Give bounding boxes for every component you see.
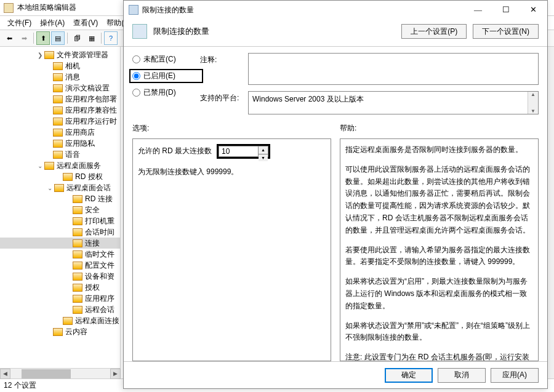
- toolbar-forward[interactable]: ➡: [17, 31, 31, 45]
- spinner-down[interactable]: ▼: [259, 154, 268, 162]
- maximize-button[interactable]: ☐: [492, 1, 520, 18]
- tree-item[interactable]: 授权: [0, 282, 120, 293]
- folder-icon: [53, 118, 63, 126]
- close-button[interactable]: ✕: [520, 1, 547, 18]
- tree-item[interactable]: 相机: [0, 60, 120, 71]
- tree-item[interactable]: 应用程序兼容性: [0, 105, 120, 116]
- tree-item[interactable]: ⌄远程桌面会话: [0, 182, 120, 193]
- dialog-icon: [129, 5, 138, 15]
- folder-icon: [73, 306, 82, 314]
- ok-button[interactable]: 确定: [385, 368, 433, 383]
- folder-icon: [73, 273, 82, 281]
- platform-vscroll[interactable]: ▲▼: [528, 92, 538, 114]
- tree-label: 语音: [65, 150, 80, 160]
- tree-item[interactable]: 会话时间: [0, 226, 120, 238]
- tree-item[interactable]: 打印机重: [0, 215, 120, 226]
- radio-disabled-input[interactable]: [132, 89, 140, 97]
- toolbar-export[interactable]: ▦: [85, 31, 98, 45]
- tree-item[interactable]: RD 授权: [0, 171, 120, 182]
- dialog-titlebar[interactable]: 限制连接的数量 — ☐ ✕: [124, 1, 547, 19]
- tree-item[interactable]: 临时文件: [0, 249, 120, 260]
- help-paragraph: 如果将状态设置为“启用”，则最大连接数量限制为与服务器上运行的 Windows …: [345, 276, 533, 312]
- tree-twisty[interactable]: ⌄: [46, 185, 54, 191]
- folder-icon: [73, 217, 82, 225]
- comment-row: 注释:: [200, 53, 539, 85]
- toolbar-up[interactable]: ⬆: [36, 31, 50, 45]
- radio-enabled-input[interactable]: [132, 72, 140, 80]
- toolbar-back[interactable]: ⬅: [2, 31, 16, 45]
- max-connections-row: 允许的 RD 最大连接数 ▲ ▼: [138, 144, 326, 159]
- tree-item[interactable]: 应用程序运行时: [0, 116, 120, 127]
- help-paragraph: 指定远程桌面服务是否限制同时连接到服务器的数量。: [345, 144, 533, 156]
- folder-icon: [53, 151, 63, 159]
- tree-item[interactable]: ❯文件资源管理器: [0, 49, 120, 60]
- folder-icon: [73, 262, 82, 270]
- dialog-header: 限制连接的数量 上一个设置(P) 下一个设置(N): [124, 19, 547, 47]
- menu-file[interactable]: 文件(F): [4, 17, 35, 30]
- tree-item[interactable]: 消息: [0, 71, 120, 82]
- tree-twisty[interactable]: ⌄: [36, 162, 44, 169]
- tree-item[interactable]: RD 连接: [0, 193, 120, 204]
- dialog-footer: 确定 取消 应用(A): [124, 361, 547, 388]
- radio-enabled[interactable]: 已启用(E): [132, 71, 175, 81]
- folder-icon: [73, 239, 82, 247]
- hscroll-left[interactable]: ◀: [0, 369, 10, 379]
- tree-item[interactable]: 云内容: [0, 326, 120, 337]
- tree-item[interactable]: 应用程序: [0, 293, 120, 304]
- folder-icon: [44, 51, 54, 59]
- tree-item[interactable]: 设备和资: [0, 271, 120, 282]
- radio-not-configured-label: 未配置(C): [143, 54, 176, 65]
- minimize-button[interactable]: —: [464, 1, 492, 18]
- apply-button[interactable]: 应用(A): [491, 368, 539, 383]
- toolbar-sep2: [67, 33, 68, 44]
- tree-item[interactable]: ⌄远程桌面服务: [0, 160, 120, 171]
- spinner-buttons[interactable]: ▲ ▼: [258, 146, 268, 157]
- tree-item[interactable]: 应用隐私: [0, 138, 120, 149]
- hscroll-thumb[interactable]: [22, 369, 71, 378]
- tree-label: 相机: [65, 61, 80, 71]
- radio-not-configured-input[interactable]: [132, 55, 140, 63]
- tree-item[interactable]: 安全: [0, 204, 120, 215]
- radio-not-configured[interactable]: 未配置(C): [132, 54, 200, 65]
- toolbar-help[interactable]: ?: [104, 31, 118, 45]
- toolbar-refresh[interactable]: 🗐: [70, 31, 84, 45]
- nav-tree[interactable]: ❯文件资源管理器相机消息演示文稿设置应用程序包部署应用程序兼容性应用程序运行时应…: [0, 47, 121, 378]
- platform-label: 支持的平台:: [200, 91, 242, 114]
- tree-item[interactable]: 演示文稿设置: [0, 82, 120, 94]
- folder-icon: [44, 162, 54, 170]
- tree-item[interactable]: 远程会话: [0, 304, 120, 315]
- tree-label: 应用隐私: [65, 138, 95, 149]
- help-column: 帮助: 指定远程桌面服务是否限制同时连接到服务器的数量。可以使用此设置限制服务器…: [340, 123, 539, 361]
- menu-action[interactable]: 操作(A): [36, 17, 68, 30]
- radio-enabled-highlight: 已启用(E): [129, 69, 203, 83]
- hscroll-right[interactable]: ▶: [110, 369, 121, 379]
- tree-item[interactable]: 应用程序包部署: [0, 94, 120, 105]
- max-connections-spinner[interactable]: ▲ ▼: [217, 144, 270, 159]
- tree-item[interactable]: 应用商店: [0, 127, 120, 138]
- cancel-button[interactable]: 取消: [438, 368, 486, 383]
- tree-item[interactable]: 语音: [0, 149, 120, 160]
- tree-label: 应用商店: [65, 127, 95, 138]
- max-connections-input[interactable]: [219, 146, 258, 157]
- tree-label: 会话时间: [85, 227, 114, 238]
- platform-row: 支持的平台: Windows Server 2003 及以上版本 ▲▼: [200, 91, 539, 114]
- next-setting-button[interactable]: 下一个设置(N): [473, 24, 539, 39]
- tree-item[interactable]: 连接: [0, 238, 120, 249]
- options-column: 选项: 允许的 RD 最大连接数 ▲ ▼ 为无限制连接数键入 999999。: [132, 123, 331, 361]
- tree-item[interactable]: 远程桌面连接: [0, 315, 120, 326]
- menu-view[interactable]: 查看(V): [70, 17, 102, 30]
- radio-disabled-label: 已禁用(D): [143, 87, 176, 98]
- tree-hscroll[interactable]: ◀ ▶: [0, 368, 121, 378]
- tree-twisty[interactable]: ❯: [36, 52, 44, 58]
- folder-icon: [73, 195, 82, 203]
- tree-label: 远程桌面服务: [57, 161, 101, 171]
- tree-item[interactable]: 配置文件: [0, 260, 120, 271]
- tree-label: 应用程序: [85, 294, 114, 304]
- folder-icon: [53, 84, 63, 92]
- radio-disabled[interactable]: 已禁用(D): [132, 87, 200, 98]
- comment-field[interactable]: [248, 53, 539, 85]
- tree-label: 应用程序兼容性: [65, 105, 117, 116]
- spinner-up[interactable]: ▲: [259, 146, 268, 154]
- toolbar-list[interactable]: ▤: [51, 31, 65, 45]
- prev-setting-button[interactable]: 上一个设置(P): [401, 24, 467, 39]
